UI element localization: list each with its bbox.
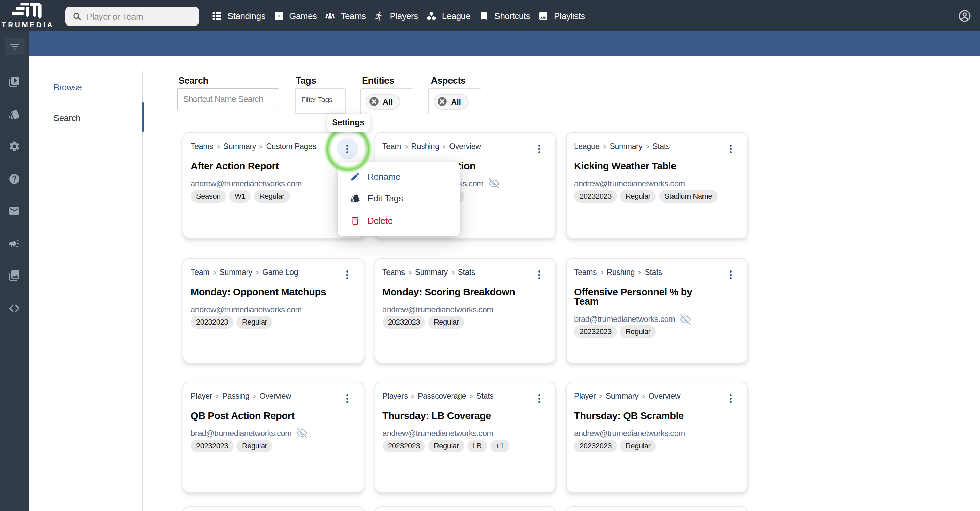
card-title[interactable]: Offensive Personnel % by Team [574, 287, 716, 306]
breadcrumb-segment[interactable]: Stats [458, 268, 475, 276]
tag-chip[interactable]: 20232023 [382, 439, 425, 452]
card-menu-button[interactable] [528, 388, 550, 409]
filter-icon[interactable] [5, 38, 24, 55]
tag-chip[interactable]: +1 [490, 439, 509, 452]
breadcrumb-segment[interactable]: Custom Pages [266, 142, 316, 151]
card-menu-button[interactable] [528, 264, 550, 285]
tag-chip[interactable]: 20232023 [191, 439, 234, 452]
card-menu-button[interactable] [720, 138, 741, 159]
breadcrumb-segment[interactable]: Stats [476, 392, 494, 400]
tag-chip[interactable]: Regular [620, 439, 656, 452]
card-title[interactable]: Kicking Weather Table [574, 161, 716, 171]
shortcut-card-partial[interactable] [183, 506, 364, 511]
tags-icon[interactable] [0, 102, 29, 125]
breadcrumb-segment[interactable]: Summary [609, 142, 642, 151]
breadcrumb-segment[interactable]: Rushing [411, 142, 439, 151]
entities-filter-select[interactable]: All [360, 88, 414, 114]
tag-chip[interactable]: Regular [428, 439, 465, 452]
breadcrumb-segment[interactable]: Summary [415, 268, 448, 276]
breadcrumb-segment[interactable]: Rushing [607, 268, 635, 276]
tag-chip[interactable]: W1 [229, 189, 251, 202]
shortcut-card[interactable]: Player>Passing>OverviewQB Post Action Re… [183, 382, 364, 493]
breadcrumb-segment[interactable]: Player [574, 392, 595, 400]
shortcut-card-partial[interactable] [374, 506, 556, 511]
tag-chip[interactable]: 20232023 [574, 325, 617, 338]
tag-chip[interactable]: Regular [237, 315, 273, 328]
shortcut-card[interactable]: Teams>Summary>StatsMonday: Scoring Break… [374, 258, 556, 363]
breadcrumb-segment[interactable]: Teams [574, 268, 597, 276]
tag-chip[interactable]: Regular [620, 189, 656, 202]
breadcrumb-segment[interactable]: Teams [382, 268, 405, 276]
shortcut-card[interactable]: Players>Passcoverage>StatsThursday: LB C… [374, 382, 556, 493]
remove-aspect-icon[interactable] [438, 97, 447, 107]
breadcrumb-segment[interactable]: Stats [644, 268, 662, 276]
tag-chip[interactable]: LB [467, 439, 487, 452]
global-search-input[interactable]: Player or Team [65, 7, 199, 26]
tag-chip[interactable]: 20232023 [574, 189, 617, 202]
aspects-filter-select[interactable]: All [429, 88, 482, 114]
card-title[interactable]: QB Post Action Report [191, 411, 332, 421]
remove-entity-icon[interactable] [369, 97, 379, 107]
shortcut-card[interactable]: Teams>Summary>Custom PagesAfter Action R… [183, 132, 364, 239]
nav-item-standings[interactable]: Standings [212, 0, 265, 31]
tag-chip[interactable]: 20232023 [382, 315, 425, 328]
breadcrumb-segment[interactable]: Teams [191, 142, 213, 151]
breadcrumb-segment[interactable]: Passcoverage [418, 392, 466, 400]
card-menu-button[interactable] [337, 138, 358, 159]
shortcut-card[interactable]: League>Summary>StatsKicking Weather Tabl… [566, 132, 748, 239]
breadcrumb-segment[interactable]: Game Log [262, 268, 298, 276]
media-gallery-icon[interactable] [0, 264, 29, 287]
card-menu-button[interactable] [337, 264, 358, 285]
menu-item-rename[interactable]: Rename [337, 165, 460, 187]
breadcrumb-segment[interactable]: Overview [649, 392, 680, 400]
card-title[interactable]: After Action Report [191, 161, 332, 171]
shortcut-card[interactable]: Player>Summary>OverviewThursday: QB Scra… [566, 382, 748, 493]
tags-filter-input[interactable]: Filter Tags [294, 88, 346, 114]
nav-item-shortcuts[interactable]: Shortcuts [479, 0, 530, 31]
nav-item-league[interactable]: League [426, 0, 471, 31]
mail-icon[interactable] [0, 199, 29, 222]
subnav-scroll-indicator[interactable] [142, 102, 144, 132]
breadcrumb-segment[interactable]: Summary [219, 268, 252, 276]
breadcrumb-segment[interactable]: Team [191, 268, 209, 276]
breadcrumb-segment[interactable]: Summary [606, 392, 638, 400]
shortcut-search-input[interactable]: Shortcut Name Search [177, 88, 279, 110]
tag-chip[interactable]: Stadium Name [659, 189, 718, 202]
card-menu-button[interactable] [337, 388, 358, 409]
tag-chip[interactable]: 20232023 [191, 315, 234, 328]
breadcrumb-segment[interactable]: Summary [223, 142, 256, 151]
breadcrumb-segment[interactable]: Overview [259, 392, 291, 400]
nav-item-players[interactable]: Players [374, 0, 418, 31]
menu-item-delete[interactable]: Delete [337, 209, 460, 232]
breadcrumb-segment[interactable]: Stats [652, 142, 670, 151]
code-icon[interactable] [0, 296, 29, 319]
breadcrumb-segment[interactable]: Passing [222, 392, 250, 400]
tag-chip[interactable]: 20232023 [574, 439, 617, 452]
breadcrumb-segment[interactable]: Player [191, 392, 212, 400]
card-title[interactable]: Monday: Scoring Breakdown [382, 287, 524, 297]
subnav-item-browse[interactable]: Browse [54, 82, 82, 92]
card-menu-button[interactable] [528, 138, 550, 159]
nav-item-games[interactable]: Games [274, 0, 317, 31]
breadcrumb-segment[interactable]: Overview [449, 142, 481, 151]
breadcrumb-segment[interactable]: Players [382, 392, 408, 400]
aspects-all-chip[interactable]: All [434, 94, 469, 110]
card-title[interactable]: Monday: Opponent Matchups [191, 287, 332, 297]
card-title[interactable]: Thursday: LB Coverage [382, 411, 524, 421]
user-avatar-icon[interactable] [958, 10, 971, 22]
card-title[interactable]: Thursday: QB Scramble [574, 411, 716, 421]
breadcrumb-segment[interactable]: League [574, 142, 600, 151]
shortcut-card[interactable]: Team>Summary>Game LogMonday: Opponent Ma… [183, 258, 364, 363]
gear-icon[interactable] [0, 135, 29, 158]
help-icon[interactable] [0, 167, 29, 190]
card-menu-button[interactable] [720, 264, 741, 285]
card-menu-button[interactable] [720, 388, 741, 409]
tag-chip[interactable]: Regular [237, 439, 273, 452]
tag-chip[interactable]: Regular [620, 325, 656, 338]
tag-chip[interactable]: Regular [428, 315, 465, 328]
subnav-item-search[interactable]: Search [54, 113, 80, 123]
brand-logo[interactable]: TRUMEDIA [0, 2, 54, 31]
tag-chip[interactable]: Regular [254, 189, 290, 202]
nav-item-playlists[interactable]: Playlists [538, 0, 585, 31]
menu-item-edit-tags[interactable]: Edit Tags [337, 187, 460, 209]
